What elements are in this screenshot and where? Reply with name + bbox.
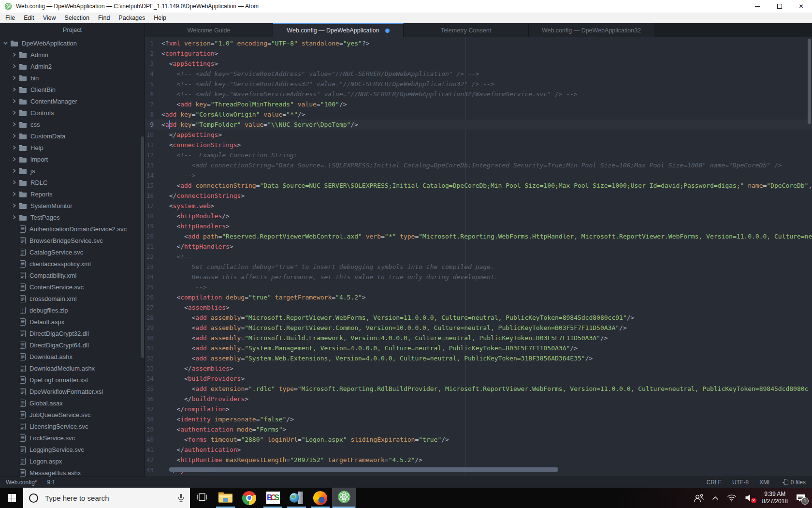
text-cursor: [169, 120, 170, 129]
tree-item[interactable]: SystemMonitor: [0, 200, 145, 211]
wifi-icon[interactable]: [727, 494, 737, 502]
code-editor[interactable]: 1<?xml version="1.0" encoding="UTF-8" st…: [145, 37, 812, 477]
menu-find[interactable]: Find: [94, 15, 114, 21]
tree-item[interactable]: Download.ashx: [0, 351, 145, 362]
tree-item[interactable]: Default.aspx: [0, 316, 145, 328]
line-number: 7: [145, 101, 161, 108]
tree-item[interactable]: js: [0, 165, 145, 177]
sidebar-scrollbar[interactable]: [141, 136, 144, 358]
tree-item[interactable]: Admin2: [0, 60, 145, 72]
microphone-icon[interactable]: [178, 493, 184, 503]
tree-item[interactable]: css: [0, 119, 145, 130]
tree-item-label: Controls: [30, 109, 54, 117]
status-encoding[interactable]: UTF-8: [732, 479, 749, 486]
chevron-right-icon: [12, 99, 16, 104]
tree-item[interactable]: TestPages: [0, 211, 145, 223]
tree-item-label: DpeWebApplication: [22, 40, 77, 47]
start-button[interactable]: [0, 488, 23, 508]
tree-item[interactable]: DpeWebApplication: [0, 37, 145, 49]
folder-icon: [19, 145, 27, 151]
line-content: <!-- <add key="WaveformServiceAddress" v…: [161, 90, 578, 98]
menu-view[interactable]: View: [39, 15, 60, 21]
firefox-button[interactable]: [308, 488, 332, 508]
tree-item[interactable]: ContentManager: [0, 95, 145, 107]
tree-item[interactable]: Controls: [0, 107, 145, 119]
tree-item[interactable]: Reports: [0, 188, 145, 200]
tree-item[interactable]: Admin: [0, 49, 145, 60]
menu-packages[interactable]: Packages: [114, 15, 149, 21]
tree-item[interactable]: DirectDigaCrypt32.dll: [0, 328, 145, 339]
menu-edit[interactable]: Edit: [19, 15, 39, 21]
line-number: 23: [145, 263, 161, 270]
line-number: 20: [145, 233, 161, 240]
tree-item[interactable]: import: [0, 153, 145, 165]
tab-4[interactable]: Web.config — DpeWebApplication32: [529, 23, 654, 37]
file-explorer-button[interactable]: [214, 488, 237, 508]
tree-item[interactable]: CatalogService.svc: [0, 246, 145, 258]
tree-item-label: js: [30, 167, 35, 175]
volume-muted-icon[interactable]: ✕: [745, 494, 754, 502]
tree-item[interactable]: Help: [0, 142, 145, 153]
minimize-button[interactable]: [747, 0, 768, 13]
tray-expand-chevron-icon[interactable]: [712, 496, 719, 500]
tree-item[interactable]: Compatibility.xml: [0, 269, 145, 281]
tree-item[interactable]: DpeLogFormatter.xsl: [0, 374, 145, 386]
tree-item[interactable]: ContentService.svc: [0, 281, 145, 293]
tree-item[interactable]: DownloadMedium.ashx: [0, 362, 145, 374]
people-icon[interactable]: [694, 494, 704, 502]
tree-item[interactable]: LoggingService.svc: [0, 444, 145, 455]
menu-file[interactable]: File: [1, 15, 19, 21]
editor-vertical-scrollbar[interactable]: [808, 39, 811, 124]
tree-item[interactable]: DirectDigaCrypt64.dll: [0, 339, 145, 351]
menu-help[interactable]: Help: [149, 15, 171, 21]
close-button[interactable]: ✕: [790, 0, 812, 13]
status-bar: Web.config* 9:1 CRLF UTF-8 XML 0 files: [0, 477, 812, 488]
tree-item[interactable]: debugfiles.zip: [0, 304, 145, 316]
atom-button[interactable]: [332, 488, 356, 508]
tab-3[interactable]: Telemetry Consent: [404, 23, 529, 37]
file-icon: [20, 272, 26, 279]
media-app-button[interactable]: [285, 488, 308, 508]
tree-item[interactable]: bin: [0, 72, 145, 84]
modified-dot-icon: [385, 29, 390, 33]
tree-item[interactable]: LicensingService.svc: [0, 420, 145, 432]
line-number: 25: [145, 284, 161, 291]
tree-item[interactable]: Global.asax: [0, 397, 145, 409]
tab-2[interactable]: Web.config — DpeWebApplication: [273, 23, 404, 37]
tree-item[interactable]: LockService.svc: [0, 432, 145, 444]
taskbar-search[interactable]: Type here to search: [23, 488, 190, 508]
chrome-button[interactable]: [237, 488, 261, 508]
status-file-name[interactable]: Web.config*: [6, 479, 37, 486]
tree-item[interactable]: ClientBin: [0, 84, 145, 95]
task-view-button[interactable]: [190, 488, 214, 508]
tree-item[interactable]: crossdomain.xml: [0, 293, 145, 304]
tree-item[interactable]: RDLC: [0, 177, 145, 188]
status-line-ending[interactable]: CRLF: [707, 479, 722, 486]
line-number: 32: [145, 355, 161, 362]
code-line: 2<configuration>: [145, 48, 812, 59]
tree-item[interactable]: JobQueueService.svc: [0, 409, 145, 420]
tab-1[interactable]: Welcome Guide: [145, 23, 273, 37]
tree-item[interactable]: AuthenticationDomainService2.svc: [0, 223, 145, 235]
code-line: 21 </httpHandlers>: [145, 241, 812, 252]
github-files-status[interactable]: 0 files: [782, 478, 806, 487]
bcs-app-button[interactable]: BCS: [261, 488, 285, 508]
status-grammar[interactable]: XML: [759, 479, 771, 486]
line-content: <!--: [161, 253, 192, 260]
taskbar-clock[interactable]: 9:39 AM 8/27/2018: [762, 491, 788, 505]
tree-item[interactable]: BrowserBridgeService.svc: [0, 235, 145, 246]
line-content: </connectionStrings>: [161, 192, 245, 199]
tree-item[interactable]: CustomData: [0, 130, 145, 142]
tree-item[interactable]: Logon.aspx: [0, 455, 145, 467]
maximize-button[interactable]: [768, 0, 790, 13]
code-line: 40 <forms timeout="2880" loginUrl="Logon…: [145, 434, 812, 445]
status-left: Web.config* 9:1: [0, 479, 55, 486]
line-number: 6: [145, 90, 161, 98]
status-cursor-position[interactable]: 9:1: [47, 479, 55, 486]
editor-horizontal-scrollbar[interactable]: [169, 467, 558, 472]
action-center-icon[interactable]: 1: [796, 494, 805, 502]
menu-selection[interactable]: Selection: [60, 15, 94, 21]
tree-item[interactable]: clientaccesspolicy.xml: [0, 258, 145, 269]
tree-item[interactable]: DpeWorkflowFormatter.xsl: [0, 386, 145, 397]
tree-item[interactable]: MessageBus.ashx: [0, 467, 145, 477]
